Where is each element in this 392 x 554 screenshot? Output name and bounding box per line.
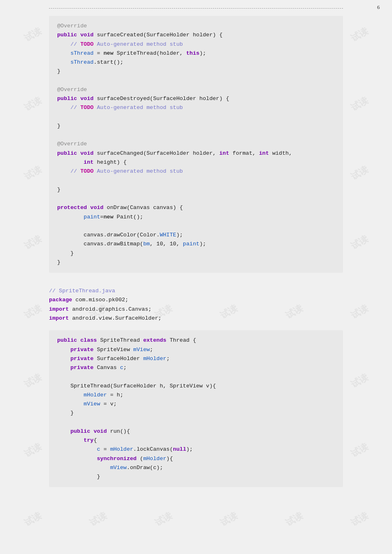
keyword-int-3: int: [84, 159, 94, 165]
assign-lockcanvas: =: [100, 446, 110, 452]
keyword-synchronized: synchronized: [97, 456, 136, 462]
close-brace-3: }: [57, 187, 60, 193]
var-mView-decl: mView: [133, 347, 150, 353]
code-bitmap-params: , 10, 10,: [150, 241, 183, 247]
code-drawColor: canvas.drawColor(Color.: [84, 232, 160, 238]
keyword-private-1: private: [70, 347, 94, 353]
page-number: 6: [377, 4, 380, 11]
class-name: SpriteThread: [97, 337, 143, 343]
keyword-import-1: import: [49, 306, 69, 312]
code-semi-3: );: [199, 241, 206, 247]
code-format: format,: [229, 150, 259, 156]
code-semi-lock: );: [186, 446, 193, 452]
var-paint-2: paint: [183, 241, 200, 247]
method-surfaceChanged: surfaceChanged(SurfaceHolder holder,: [94, 150, 219, 156]
code-content-2: public class SpriteThread extends Thread…: [57, 336, 335, 481]
method-onDraw: onDraw(Canvas canvas) {: [103, 205, 183, 211]
close-brace-outer: }: [57, 259, 60, 265]
code-semi-1: );: [199, 50, 206, 56]
var-mHolder-decl: mHolder: [143, 356, 167, 362]
close-brace-2: }: [57, 123, 60, 129]
comment-todo-2: // TODO Auto-generated method stub: [70, 105, 183, 111]
method-surfaceDestroyed: surfaceDestroyed(SurfaceHolder holder) {: [94, 96, 229, 102]
semi-mholder: ;: [166, 356, 169, 362]
close-brace-1: }: [57, 68, 60, 74]
var-mHolder-sync: mHolder: [143, 456, 167, 462]
page-wrapper: 6 @Override public void surfaceCreated(S…: [0, 0, 392, 505]
keyword-public-1: public: [57, 32, 77, 38]
keyword-try: try: [84, 437, 94, 443]
keyword-void-2: void: [80, 96, 94, 102]
field-spriteview: SpriteView: [94, 347, 133, 353]
code-semi-2: );: [176, 232, 183, 238]
var-paint-1: paint: [84, 214, 100, 220]
keyword-new-1: new: [103, 50, 113, 56]
keyword-private-3: private: [70, 365, 94, 371]
import-surfaceholder: android.view.SurfaceHolder;: [69, 315, 162, 321]
field-surfaceholder: SurfaceHolder: [94, 356, 143, 362]
code-start-1: .start();: [94, 59, 123, 65]
close-brace-inner: }: [70, 250, 74, 256]
keyword-int-1: int: [219, 150, 229, 156]
const-WHITE: WHITE: [160, 232, 176, 238]
keyword-private-2: private: [70, 356, 94, 362]
comment-todo-1: // TODO Auto-generated method stub: [70, 41, 183, 47]
comment-todo-3: // TODO Auto-generated method stub: [70, 168, 183, 174]
keyword-void-3: void: [80, 150, 94, 156]
var-sThread-1: sThread: [70, 50, 94, 56]
import-canvas: android.graphics.Canvas;: [69, 306, 152, 312]
keyword-package: package: [49, 297, 72, 303]
annotation-override-1: @Override: [57, 23, 87, 29]
keyword-public-5: public: [70, 428, 90, 434]
code-assign-1: =: [94, 50, 103, 56]
code-drawBitmap: canvas.drawBitmap(: [84, 241, 143, 247]
assign-h: = h;: [107, 392, 124, 398]
keyword-new-2: new: [103, 214, 113, 220]
semi-c: ;: [123, 365, 127, 371]
code-block-2: public class SpriteThread extends Thread…: [49, 330, 343, 487]
code-lockCanvas: .lockCanvas(: [133, 446, 173, 452]
comment-filename: // SpriteThread.java: [49, 288, 115, 294]
close-constructor: }: [70, 410, 74, 416]
keyword-this-1: this: [186, 50, 199, 56]
keyword-int-2: int: [259, 150, 269, 156]
keyword-public-4: public: [57, 337, 77, 343]
code-sync-open: (: [136, 456, 143, 462]
package-name: com.misoo.pk002;: [72, 297, 129, 303]
keyword-void-5: void: [94, 428, 107, 434]
close-sync: }: [97, 474, 100, 480]
keyword-void-4: void: [90, 205, 103, 211]
code-plain-1: // SpriteThread.java package com.misoo.p…: [49, 283, 343, 325]
try-brace: {: [94, 437, 97, 443]
var-bm: bm: [143, 241, 150, 247]
annotation-override-3: @Override: [57, 141, 87, 147]
var-mView-assign: mView: [84, 401, 100, 407]
keyword-class: class: [80, 337, 97, 343]
keyword-null: null: [173, 446, 186, 452]
code-content-1: @Override public void surfaceCreated(Sur…: [57, 22, 335, 267]
code-paint-construct: Paint();: [114, 214, 143, 220]
field-canvas: Canvas: [94, 365, 120, 371]
var-mHolder-lock: mHolder: [110, 446, 134, 452]
keyword-extends: extends: [143, 337, 167, 343]
keyword-void-1: void: [80, 32, 94, 38]
var-sThread-2: sThread: [70, 59, 94, 65]
constructor-sig: SpriteThread(SurfaceHolder h, SpriteView…: [70, 383, 216, 389]
code-onDraw-call: .onDraw(c);: [127, 465, 163, 471]
keyword-import-2: import: [49, 315, 69, 321]
method-run: run(){: [107, 428, 130, 434]
annotation-override-2: @Override: [57, 87, 87, 93]
semi-mview: ;: [150, 347, 153, 353]
code-plain-content: // SpriteThread.java package com.misoo.p…: [49, 287, 343, 323]
method-surfaceCreated: surfaceCreated(SurfaceHolder holder) {: [97, 32, 223, 38]
extends-thread: Thread {: [166, 337, 196, 343]
var-mHolder-assign: mHolder: [84, 392, 107, 398]
section-divider: [49, 8, 343, 9]
code-width: width,: [269, 150, 292, 156]
code-sync-brace: ){: [166, 456, 173, 462]
keyword-public-3: public: [57, 150, 77, 156]
var-mView-onDraw: mView: [110, 465, 127, 471]
code-spritethread-1: SpriteThread(holder,: [114, 50, 186, 56]
code-block-1: @Override public void surfaceCreated(Sur…: [49, 16, 343, 273]
code-height: height) {: [94, 159, 127, 165]
